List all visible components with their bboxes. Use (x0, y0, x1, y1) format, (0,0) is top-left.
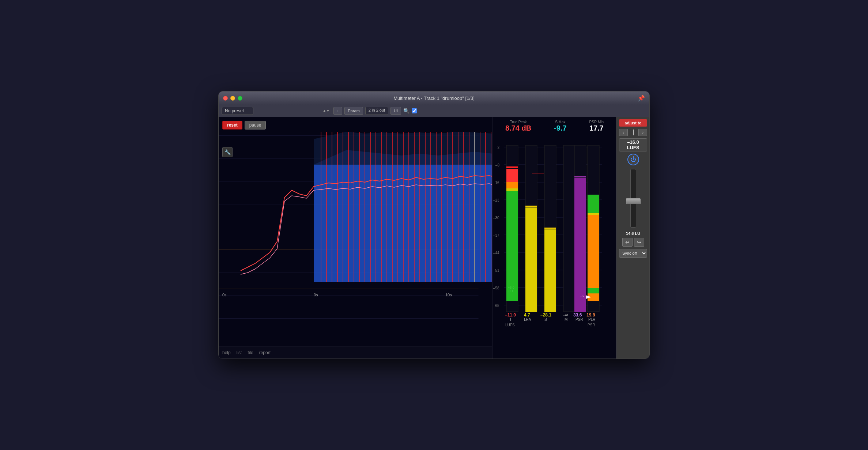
nav-arrows: ‹ › (619, 129, 647, 136)
prev-arrow[interactable]: ‹ (619, 129, 628, 136)
next-arrow[interactable]: › (638, 129, 647, 136)
svg-rect-101 (544, 228, 556, 229)
psrmin-label: PSR Min (589, 120, 604, 124)
svg-text:–11.0: –11.0 (505, 312, 516, 318)
list-link[interactable]: list (237, 350, 242, 355)
fader-track[interactable] (630, 169, 636, 228)
true-peak-value: 8.74 dB (505, 124, 531, 132)
svg-rect-86 (506, 188, 518, 191)
svg-text:→: → (578, 292, 585, 300)
gain-value: 14.6 LU (626, 231, 640, 236)
svg-text:+5.0: +5.0 (508, 286, 514, 289)
true-peak-stat: True Peak 8.74 dB (505, 120, 531, 132)
svg-text:0s: 0s (314, 293, 318, 297)
left-panel: reset pause 🔧 (219, 117, 492, 359)
power-button[interactable]: ⏻ (627, 154, 639, 165)
add-button[interactable]: + (333, 107, 342, 115)
svg-text:–37: –37 (493, 233, 499, 237)
report-link[interactable]: report (259, 350, 271, 355)
undo-icon: ↩ (625, 239, 630, 245)
svg-marker-13 (314, 132, 492, 165)
psrmin-value: 17.7 (589, 124, 604, 132)
svg-text:4.7: 4.7 (524, 312, 530, 318)
fader-thumb[interactable] (626, 198, 641, 204)
svg-rect-110 (574, 176, 586, 177)
svg-rect-109 (574, 178, 586, 312)
svg-text:PSR: PSR (575, 318, 583, 322)
svg-text:0s: 0s (222, 293, 227, 297)
close-button[interactable] (223, 96, 228, 101)
svg-text:–23: –23 (493, 198, 499, 202)
svg-text:–58: –58 (493, 286, 499, 290)
svg-text:I: I (510, 318, 511, 322)
waveform-area: reset pause 🔧 (219, 117, 492, 346)
smax-value: -9.7 (554, 124, 566, 132)
controls-overlay: reset pause (222, 121, 266, 130)
svg-rect-100 (544, 229, 556, 312)
psrmin-stat: PSR Min 17.7 (589, 120, 604, 132)
undo-redo-buttons: ↩ ↪ (622, 238, 644, 247)
wrench-icon: 🔧 (224, 149, 231, 155)
adjust-to-button[interactable]: adjust to (619, 119, 647, 127)
svg-text:19.8: 19.8 (586, 312, 595, 318)
svg-rect-117 (588, 288, 599, 293)
maximize-button[interactable] (238, 96, 242, 101)
svg-text:10s: 10s (445, 293, 452, 297)
svg-rect-114 (588, 215, 599, 301)
bottom-nav-bar: help list file report (219, 346, 492, 359)
help-link[interactable]: help (222, 350, 231, 355)
svg-text:PSR: PSR (588, 323, 595, 327)
title-bar: Multimeter A - Track 1 "drumloop" [1/3] … (219, 91, 649, 105)
preset-wrapper: No preset ▲▼ (222, 107, 331, 115)
title-bar-right: 📌 (638, 95, 645, 102)
svg-text:–9: –9 (495, 163, 500, 167)
nav-line (633, 130, 634, 135)
svg-rect-96 (525, 206, 537, 207)
redo-button[interactable]: ↪ (634, 238, 644, 247)
ui-button[interactable]: UI (390, 107, 401, 115)
main-window: Multimeter A - Track 1 "drumloop" [1/3] … (218, 91, 650, 359)
meters-panel: True Peak 8.74 dB S Max -9.7 PSR Min 17.… (492, 117, 616, 359)
bar-meters-svg: –2 –9 –16 –23 –30 –37 –44 –51 –58 –65 (493, 134, 616, 359)
true-peak-label: True Peak (510, 120, 527, 124)
svg-rect-85 (506, 191, 518, 301)
svg-text:PLR: PLR (588, 318, 595, 322)
lufs-target-value[interactable]: –16.0 LUFS (619, 138, 647, 151)
svg-text:LU: LU (509, 289, 513, 293)
svg-text:33.6: 33.6 (573, 312, 582, 318)
preset-arrows-icon: ▲▼ (322, 109, 330, 113)
svg-rect-115 (588, 213, 599, 215)
main-content: reset pause 🔧 (219, 117, 649, 359)
preset-select[interactable]: No preset (222, 107, 253, 115)
search-icon: 🔍 (403, 108, 410, 114)
svg-marker-12 (314, 150, 492, 282)
pause-button[interactable]: pause (245, 121, 266, 130)
wrench-button[interactable]: 🔧 (222, 147, 233, 157)
svg-text:–65: –65 (493, 304, 499, 308)
sync-select[interactable]: Sync off (619, 249, 647, 258)
traffic-lights (223, 96, 242, 101)
svg-text:–30: –30 (493, 216, 499, 220)
bar-meters-area: –2 –9 –16 –23 –30 –37 –44 –51 –58 –65 (493, 134, 616, 359)
param-button[interactable]: Param (344, 107, 363, 115)
svg-text:–51: –51 (493, 269, 499, 273)
svg-rect-88 (506, 169, 518, 182)
enable-checkbox[interactable] (412, 108, 417, 113)
svg-rect-89 (506, 166, 518, 168)
stats-row: True Peak 8.74 dB S Max -9.7 PSR Min 17.… (493, 117, 616, 134)
svg-text:–∞: –∞ (563, 312, 568, 318)
minimize-button[interactable] (230, 96, 235, 101)
file-link[interactable]: file (248, 350, 253, 355)
reset-button[interactable]: reset (222, 121, 242, 130)
right-panel: adjust to ‹ › –16.0 LUFS ⏻ 14.6 LU (616, 117, 649, 359)
waveform-svg: –2 –9 –16 –23 –30 –37 –44 –51 –58 –65 0s… (219, 117, 492, 346)
svg-rect-102 (532, 173, 544, 173)
io-label: 2 in 2 out (365, 107, 388, 115)
svg-text:LRA: LRA (524, 318, 531, 322)
svg-text:S: S (544, 318, 547, 322)
smax-label: S Max (555, 120, 565, 124)
undo-button[interactable]: ↩ (622, 238, 633, 247)
svg-text:–16: –16 (493, 181, 499, 185)
svg-text:–44: –44 (493, 251, 499, 255)
top-area: reset pause 🔧 (219, 117, 649, 359)
